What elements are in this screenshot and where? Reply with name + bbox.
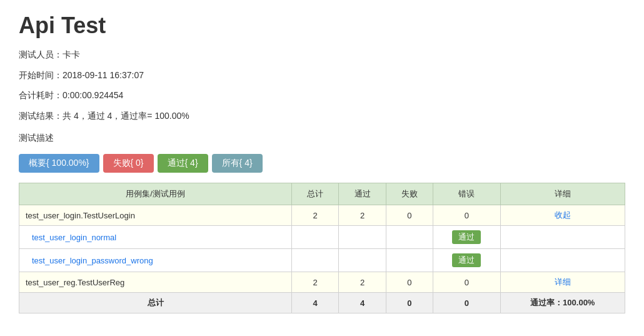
row-fail: 0 [386,272,433,293]
result-label: 测试结果： [19,111,63,121]
result-table: 用例集/测试用例 总计 通过 失败 错误 详细 test_user_login.… [19,183,625,313]
tester-label: 测试人员： [19,49,63,59]
page-title: Api Test [19,13,625,39]
tab-overview[interactable]: 概要{ 100.00%} [19,154,99,173]
row-name: test_user_reg.TestUserReg [19,272,292,293]
row-error: 通过 [433,249,500,272]
col-header-total: 总计 [292,183,339,205]
row-detail [500,249,625,272]
pass-badge: 通过 [452,253,481,267]
description-label: 测试描述 [19,133,625,144]
total-label: 总计 [19,293,292,313]
total-row: 总计 4 4 0 0 通过率：100.00% [19,293,625,313]
row-name: test_user_login_password_wrong [19,249,292,272]
col-header-name: 用例集/测试用例 [19,183,292,205]
row-error: 通过 [433,226,500,249]
row-total [292,226,339,249]
start-value: 2018-09-11 16:37:07 [63,70,144,80]
row-fail [386,226,433,249]
total-pass-rate: 通过率：100.00% [500,293,625,313]
start-label: 开始时间： [19,70,63,80]
row-detail[interactable]: 详细 [500,272,625,293]
row-pass: 2 [339,272,386,293]
row-detail[interactable]: 收起 [500,205,625,226]
start-info: 开始时间：2018-09-11 16:37:07 [19,67,625,84]
row-total: 2 [292,205,339,226]
row-fail: 0 [386,205,433,226]
result-info: 测试结果：共 4，通过 4，通过率= 100.00% [19,108,625,125]
tab-all[interactable]: 所有{ 4} [212,154,263,173]
row-pass [339,249,386,272]
row-error: 0 [433,205,500,226]
total-error: 0 [433,293,500,313]
result-value: 共 4，通过 4，通过率= 100.00% [63,111,189,121]
table-row: test_user_reg.TestUserReg 2 2 0 0 详细 [19,272,625,293]
total-pass: 4 [339,293,386,313]
col-header-pass: 通过 [339,183,386,205]
total-total: 4 [292,293,339,313]
pass-badge: 通过 [452,230,481,244]
table-row: test_user_login_password_wrong 通过 [19,249,625,272]
tab-pass[interactable]: 通过{ 4} [158,154,208,173]
row-total [292,249,339,272]
tester-value: 卡卡 [63,49,80,59]
duration-info: 合计耗时：0:00:00.924454 [19,87,625,104]
table-row: test_user_login.TestUserLogin 2 2 0 0 收起 [19,205,625,226]
row-name: test_user_login_normal [19,226,292,249]
detail-link[interactable]: 详细 [555,277,571,287]
duration-label: 合计耗时： [19,90,63,100]
col-header-error: 错误 [433,183,500,205]
collapse-link[interactable]: 收起 [555,210,571,220]
tab-bar: 概要{ 100.00%} 失败{ 0} 通过{ 4} 所有{ 4} [19,154,625,173]
col-header-detail: 详细 [500,183,625,205]
row-name: test_user_login.TestUserLogin [19,205,292,226]
row-total: 2 [292,272,339,293]
tester-info: 测试人员：卡卡 [19,46,625,63]
duration-value: 0:00:00.924454 [63,90,123,100]
row-detail [500,226,625,249]
row-pass: 2 [339,205,386,226]
row-error: 0 [433,272,500,293]
tab-fail[interactable]: 失败{ 0} [103,154,154,173]
total-fail: 0 [386,293,433,313]
row-fail [386,249,433,272]
col-header-fail: 失败 [386,183,433,205]
row-pass [339,226,386,249]
table-row: test_user_login_normal 通过 [19,226,625,249]
